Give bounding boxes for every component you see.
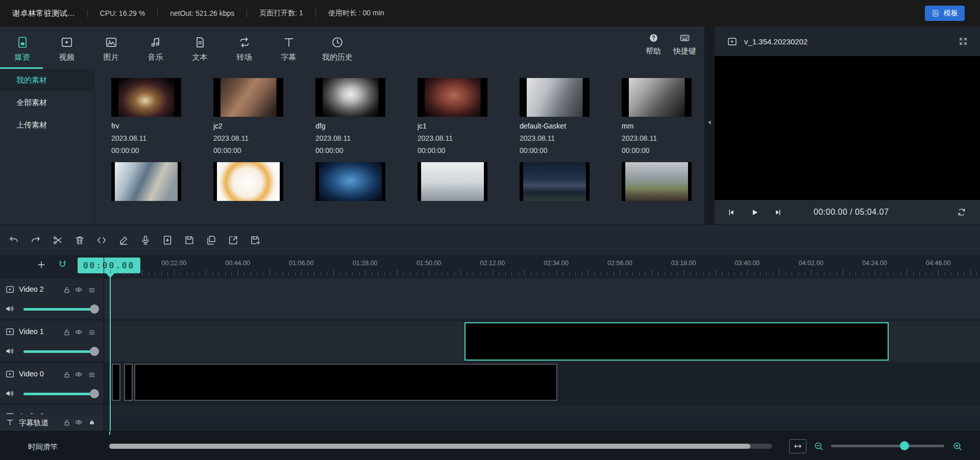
visibility-icon[interactable] <box>75 370 83 378</box>
tab-subtitle[interactable]: 字幕 <box>266 34 311 62</box>
skip-end-button[interactable] <box>774 208 782 217</box>
loop-icon[interactable] <box>957 207 967 217</box>
tab-image[interactable]: 图片 <box>89 34 133 62</box>
record-button[interactable] <box>140 235 151 246</box>
media-thumbnail[interactable] <box>213 162 283 201</box>
track-menu-icon[interactable] <box>88 328 96 337</box>
fit-timeline-button[interactable] <box>789 439 806 453</box>
tab-transition[interactable]: 转场 <box>222 34 266 62</box>
code-button[interactable] <box>96 235 107 246</box>
playhead[interactable] <box>110 273 111 431</box>
play-button[interactable] <box>750 208 759 217</box>
tab-music[interactable]: 音乐 <box>133 34 178 62</box>
template-button[interactable]: 模板 <box>925 6 965 21</box>
track-menu-icon[interactable] <box>88 286 96 294</box>
zoom-in-icon[interactable] <box>952 441 963 451</box>
timeline-clip[interactable] <box>124 364 133 401</box>
tab-video[interactable]: 视频 <box>44 34 89 62</box>
timeline-clip-selected[interactable] <box>464 322 889 361</box>
clear-track-icon[interactable] <box>88 418 96 426</box>
tab-history[interactable]: 我的历史 <box>311 34 364 62</box>
edit-button[interactable] <box>118 235 129 246</box>
lock-icon[interactable] <box>63 286 71 294</box>
media-thumbnail[interactable] <box>520 78 590 117</box>
save-copy-button[interactable] <box>206 235 217 246</box>
volume-thumb[interactable] <box>90 389 99 398</box>
snap-magnet-icon[interactable] <box>57 259 68 270</box>
fullscreen-icon[interactable] <box>959 37 968 46</box>
volume-fill <box>23 350 94 353</box>
media-thumbnail[interactable] <box>418 78 487 117</box>
timeline-clip[interactable] <box>112 364 120 401</box>
topbar-separator <box>315 9 316 17</box>
save-button[interactable] <box>184 235 195 246</box>
timeline-clip[interactable] <box>134 364 557 401</box>
redo-button[interactable] <box>30 235 41 246</box>
media-thumbnail[interactable] <box>111 78 181 117</box>
media-item[interactable]: default-Gasket2023.08.1100:00:00 <box>520 78 590 155</box>
visibility-icon[interactable] <box>75 328 83 336</box>
media-item[interactable]: jc22023.08.1100:00:00 <box>213 78 283 155</box>
volume-thumb[interactable] <box>90 304 99 314</box>
skip-start-button[interactable] <box>727 208 736 217</box>
preview-viewport[interactable] <box>715 56 980 200</box>
media-item[interactable]: mm2023.08.1100:00:00 <box>622 78 692 155</box>
volume-slider[interactable] <box>23 347 99 356</box>
add-material-button[interactable] <box>162 235 173 246</box>
media-item[interactable]: jc12023.08.1100:00:00 <box>418 78 487 155</box>
media-item[interactable]: frv2023.08.1100:00:00 <box>111 78 181 155</box>
media-item[interactable]: dfg2023.08.1100:00:00 <box>315 78 385 155</box>
timeline-zoom-thumb[interactable] <box>900 441 909 450</box>
media-thumbnail[interactable] <box>622 78 692 117</box>
action-keyboard[interactable]: 快捷键 <box>673 33 696 56</box>
track-header-video-0: Video 0 <box>0 363 104 404</box>
tab-media[interactable]: 媒资 <box>0 34 44 62</box>
media-item[interactable] <box>520 162 590 201</box>
subtitle-lane[interactable] <box>104 414 980 431</box>
visibility-icon[interactable] <box>75 286 83 294</box>
media-name: dfg <box>315 122 385 130</box>
media-item[interactable] <box>418 162 487 201</box>
media-thumbnail[interactable] <box>111 162 181 201</box>
media-item[interactable] <box>315 162 385 201</box>
volume-slider[interactable] <box>23 389 99 398</box>
playhead-tick <box>109 431 110 435</box>
volume-slider[interactable] <box>23 304 99 314</box>
delete-button[interactable] <box>74 235 85 246</box>
timeline-scrollbar-thumb[interactable] <box>109 444 750 449</box>
media-thumbnail[interactable] <box>315 162 385 201</box>
zoom-out-icon[interactable] <box>814 441 824 451</box>
media-name: frv <box>111 122 181 130</box>
media-item[interactable] <box>213 162 283 201</box>
media-item[interactable] <box>111 162 181 201</box>
save-as-button[interactable] <box>250 235 261 246</box>
timeline-zoom-slider[interactable] <box>831 445 944 447</box>
media-thumbnail[interactable] <box>622 162 692 201</box>
collapse-panel-arrow-icon[interactable] <box>706 116 714 129</box>
lock-icon[interactable] <box>63 328 71 337</box>
time-ruler[interactable]: 00:22.0000:44.0001:06.0001:28.0001:50.00… <box>104 255 980 275</box>
export-button[interactable] <box>228 235 239 246</box>
volume-thumb[interactable] <box>90 347 99 356</box>
media-thumbnail[interactable] <box>418 162 487 201</box>
sidebar-item[interactable]: 全部素材 <box>0 91 94 114</box>
timeline-scrollbar[interactable] <box>109 444 772 449</box>
lock-icon[interactable] <box>63 419 71 427</box>
track-menu-icon[interactable] <box>88 371 96 379</box>
sidebar-item[interactable]: 上传素材 <box>0 114 94 136</box>
add-track-icon[interactable] <box>36 260 46 270</box>
visibility-icon[interactable] <box>75 418 83 426</box>
media-thumbnail[interactable] <box>520 162 590 201</box>
media-duration: 00:00:00 <box>315 146 385 155</box>
track-lane-video-2[interactable] <box>104 278 980 319</box>
action-help[interactable]: 帮助 <box>646 33 661 56</box>
ruler-tick <box>365 270 365 275</box>
cut-button[interactable] <box>52 235 63 246</box>
lock-icon[interactable] <box>63 371 71 379</box>
undo-button[interactable] <box>8 235 19 246</box>
media-item[interactable] <box>622 162 692 201</box>
media-thumbnail[interactable] <box>315 78 385 117</box>
media-thumbnail[interactable] <box>213 78 283 117</box>
tab-text[interactable]: 文本 <box>178 34 222 62</box>
sidebar-item[interactable]: 我的素材 <box>0 69 94 91</box>
